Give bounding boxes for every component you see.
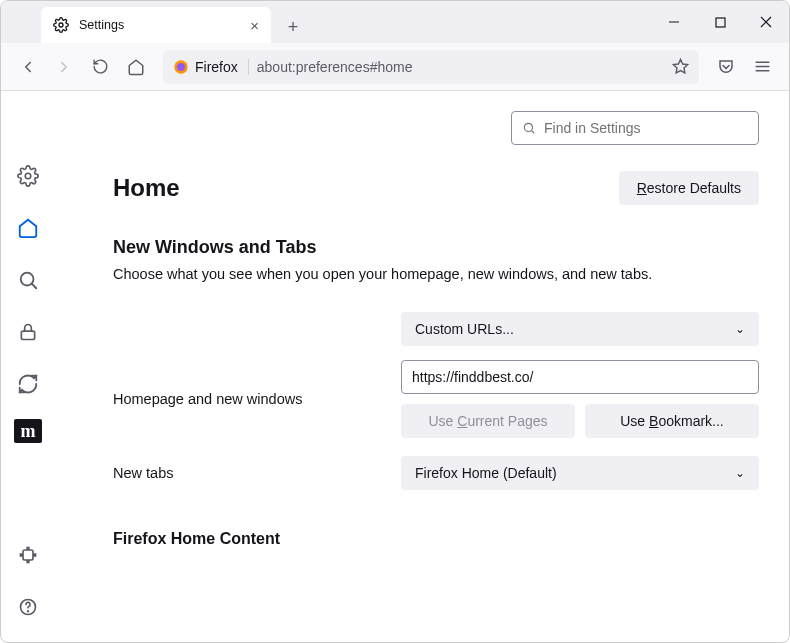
- page-title: Home: [113, 174, 180, 202]
- forward-button[interactable]: [47, 50, 81, 84]
- homepage-url-input[interactable]: [401, 360, 759, 394]
- back-button[interactable]: [11, 50, 45, 84]
- svg-point-16: [28, 611, 29, 612]
- newtabs-label: New tabs: [113, 465, 401, 481]
- home-button[interactable]: [119, 50, 153, 84]
- close-tab-icon[interactable]: ×: [250, 17, 259, 34]
- sidebar-privacy[interactable]: [11, 315, 45, 349]
- app-menu-button[interactable]: [745, 50, 779, 84]
- gear-icon: [53, 17, 69, 33]
- sidebar-more-mozilla[interactable]: m: [14, 419, 42, 443]
- use-current-pages-button[interactable]: Use Current Pages: [401, 404, 575, 438]
- browser-tab[interactable]: Settings ×: [41, 7, 271, 43]
- svg-rect-14: [21, 331, 34, 339]
- firefox-home-content-heading: Firefox Home Content: [113, 530, 759, 548]
- sidebar-search[interactable]: [11, 263, 45, 297]
- find-in-settings[interactable]: Find in Settings: [511, 111, 759, 145]
- svg-point-6: [177, 63, 185, 71]
- restore-defaults-button[interactable]: Restore Defaults: [619, 171, 759, 205]
- search-placeholder: Find in Settings: [544, 120, 641, 136]
- url-text: about:preferences#home: [257, 59, 664, 75]
- sidebar-sync[interactable]: [11, 367, 45, 401]
- settings-main: Find in Settings Home Restore Defaults N…: [55, 91, 789, 642]
- site-identity[interactable]: Firefox: [173, 59, 249, 75]
- newtabs-select[interactable]: Firefox Home (Default) ⌄: [401, 456, 759, 490]
- bookmark-star-icon[interactable]: [672, 58, 689, 75]
- svg-point-17: [524, 123, 532, 131]
- new-tab-button[interactable]: +: [277, 11, 309, 43]
- homepage-mode-select[interactable]: Custom URLs... ⌄: [401, 312, 759, 346]
- minimize-button[interactable]: [651, 1, 697, 43]
- svg-point-0: [59, 23, 63, 27]
- close-window-button[interactable]: [743, 1, 789, 43]
- svg-point-11: [25, 173, 31, 179]
- chevron-down-icon: ⌄: [735, 466, 745, 480]
- svg-line-13: [32, 284, 37, 289]
- homepage-windows-label: Homepage and new windows: [113, 391, 401, 407]
- save-to-pocket-button[interactable]: [709, 50, 743, 84]
- sidebar-help[interactable]: [11, 590, 45, 624]
- chevron-down-icon: ⌄: [735, 322, 745, 336]
- svg-rect-2: [716, 18, 725, 27]
- svg-marker-7: [673, 59, 687, 72]
- firefox-icon: [173, 59, 189, 75]
- reload-button[interactable]: [83, 50, 117, 84]
- svg-line-18: [531, 130, 534, 133]
- sidebar-general[interactable]: [11, 159, 45, 193]
- sidebar-home[interactable]: [11, 211, 45, 245]
- section-heading: New Windows and Tabs: [113, 237, 759, 258]
- select-value: Firefox Home (Default): [415, 465, 557, 481]
- navigation-toolbar: Firefox about:preferences#home: [1, 43, 789, 91]
- use-bookmark-button[interactable]: Use Bookmark...: [585, 404, 759, 438]
- sidebar-extensions[interactable]: [11, 538, 45, 572]
- maximize-button[interactable]: [697, 1, 743, 43]
- identity-label: Firefox: [195, 59, 238, 75]
- url-bar[interactable]: Firefox about:preferences#home: [163, 50, 699, 84]
- tab-title: Settings: [79, 18, 124, 32]
- settings-sidebar: m: [1, 91, 55, 642]
- section-description: Choose what you see when you open your h…: [113, 266, 759, 282]
- tab-strip: Settings × +: [1, 1, 789, 43]
- select-value: Custom URLs...: [415, 321, 514, 337]
- search-icon: [522, 121, 536, 135]
